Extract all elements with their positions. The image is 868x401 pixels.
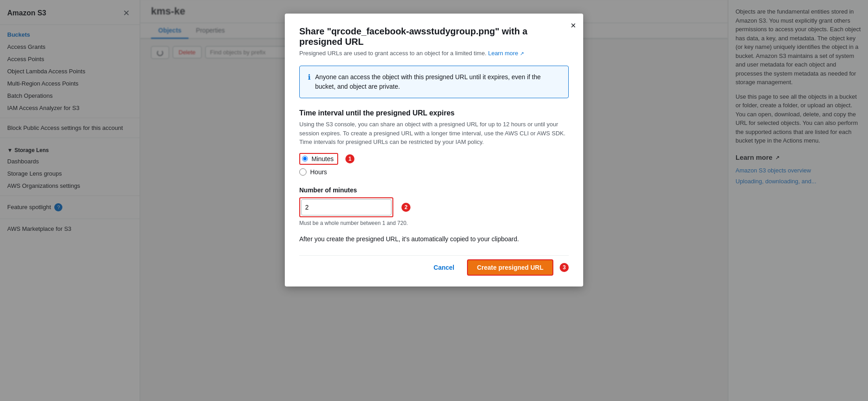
number-input-wrap: 2	[299, 197, 569, 217]
radio-minutes-row: Minutes 1	[299, 153, 569, 165]
info-icon: ℹ	[308, 73, 311, 81]
radio-minutes-highlighted: Minutes	[299, 153, 338, 165]
step-badge-3: 3	[560, 263, 569, 272]
presigned-url-modal: × Share "qrcode_facebook-awsstudygroup.p…	[285, 14, 583, 286]
radio-minutes-label[interactable]: Minutes	[311, 155, 334, 162]
radio-minutes-input[interactable]	[302, 156, 308, 162]
create-presigned-url-button[interactable]: Create presigned URL	[467, 259, 553, 276]
info-box-text: Anyone can access the object with this p…	[315, 72, 560, 91]
number-section-title: Number of minutes	[299, 186, 569, 194]
modal-subtitle: Presigned URLs are used to grant access …	[299, 50, 569, 57]
time-section-desc: Using the S3 console, you can share an o…	[299, 120, 569, 147]
step-badge-2: 2	[401, 203, 410, 212]
radio-hours-label[interactable]: Hours	[310, 168, 327, 176]
time-section-title: Time interval until the presigned URL ex…	[299, 109, 569, 117]
info-box: ℹ Anyone can access the object with this…	[299, 66, 569, 98]
radio-hours-row: Hours	[299, 168, 569, 176]
number-input-highlighted-border	[299, 197, 393, 217]
step-badge-1: 1	[345, 154, 354, 163]
time-unit-radio-group: Minutes 1 Hours	[299, 153, 569, 176]
radio-hours-input[interactable]	[299, 168, 307, 176]
modal-close-button[interactable]: ×	[571, 21, 576, 30]
number-hint: Must be a whole number between 1 and 720…	[299, 220, 569, 226]
time-section: Time interval until the presigned URL ex…	[299, 109, 569, 176]
clipboard-note: After you create the presigned URL, it's…	[299, 235, 569, 243]
modal-title: Share "qrcode_facebook-awsstudygroup.png…	[299, 26, 569, 47]
cancel-button[interactable]: Cancel	[426, 260, 462, 275]
modal-overlay: × Share "qrcode_facebook-awsstudygroup.p…	[0, 0, 868, 401]
external-link-icon-modal: ↗	[520, 51, 524, 56]
number-section: Number of minutes 2 Must be a whole numb…	[299, 186, 569, 226]
number-of-minutes-input[interactable]	[301, 199, 392, 215]
modal-learn-more-link[interactable]: Learn more ↗	[488, 50, 524, 57]
modal-footer: Cancel Create presigned URL 3	[299, 255, 569, 276]
